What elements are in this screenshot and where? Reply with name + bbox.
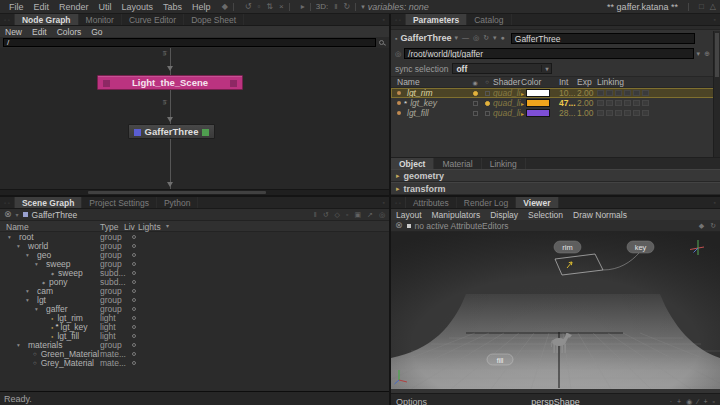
parameter-section-header[interactable]: ▸ geometry <box>391 169 720 182</box>
render-control-icon[interactable]: ‖ <box>334 2 337 11</box>
intensity-value[interactable]: 10... <box>559 88 577 98</box>
color-expander-icon[interactable]: ▸ <box>521 110 524 117</box>
scrollbar-handle[interactable] <box>88 191 266 194</box>
pane-menu-icon[interactable]: ◦ <box>379 14 389 25</box>
exposure-value[interactable]: 2.00 <box>577 98 597 108</box>
node-header-icon[interactable]: — <box>462 34 469 42</box>
expander-icon[interactable] <box>24 297 31 303</box>
color-expander-icon[interactable]: ▸ <box>521 100 524 107</box>
working-node-name[interactable]: GafferThree <box>32 210 78 220</box>
node-view-badge[interactable] <box>134 129 141 136</box>
node-state-icon[interactable]: ▪ <box>395 35 397 42</box>
live-render-toggle[interactable] <box>132 262 136 266</box>
fill-light-label[interactable]: fill <box>487 354 513 365</box>
parameter-node-name[interactable]: GafferThree <box>400 33 451 43</box>
location-name[interactable]: Grey_Material <box>41 358 94 368</box>
path-field-icon[interactable]: ⊕ <box>704 50 710 58</box>
scenegraph-location-icon[interactable]: ◎ <box>395 50 401 58</box>
linking-cell[interactable] <box>624 110 631 116</box>
live-render-toggle[interactable] <box>132 235 136 239</box>
color-swatch[interactable] <box>526 89 550 97</box>
linking-cell[interactable] <box>642 100 649 106</box>
toolbar-icon[interactable]: ↗ <box>367 211 373 219</box>
toolbar-icon[interactable]: ↺ <box>245 2 252 11</box>
live-render-toggle[interactable] <box>132 307 136 311</box>
pane-grip-icon[interactable]: ◦ ◦ <box>391 197 406 208</box>
toolbar-icon[interactable]: ↺ <box>323 211 329 219</box>
linking-cell[interactable] <box>606 90 613 96</box>
toolbar-icon[interactable]: ▣ <box>354 211 361 219</box>
tab[interactable]: Node Graph <box>15 14 79 25</box>
color-expander-icon[interactable]: ▸ <box>521 90 524 97</box>
light-name[interactable]: lgt_rim <box>407 88 433 98</box>
live-render-toggle[interactable] <box>132 244 136 248</box>
color-swatch[interactable] <box>526 99 550 107</box>
menu-item[interactable]: Edit <box>29 2 55 12</box>
linking-cell[interactable] <box>615 100 622 106</box>
viewport-control-icon[interactable]: + <box>677 398 681 405</box>
live-render-toggle[interactable] <box>132 361 136 365</box>
flag-icon[interactable]: ▸ <box>301 2 305 11</box>
menu-item[interactable]: Edit <box>27 27 52 37</box>
live-render-toggle[interactable] <box>132 298 136 302</box>
parameter-section-header[interactable]: ▸ transform <box>391 182 720 195</box>
node-header-icon[interactable]: ↻ <box>483 34 489 42</box>
expander-icon[interactable] <box>15 243 22 249</box>
column-lights[interactable]: Lights <box>138 222 161 232</box>
light-name[interactable]: lgt_key <box>410 98 437 108</box>
column-mute-icon[interactable]: ◉ <box>469 79 481 86</box>
light-row[interactable]: lgt_fill quad_li... ▸ 28... 1.00 <box>391 108 720 118</box>
menu-item[interactable]: Display <box>485 210 523 220</box>
intensity-value[interactable]: 28... <box>559 108 577 118</box>
toolbar-icon[interactable]: ‖ <box>314 211 317 219</box>
node-input-badge[interactable] <box>103 80 110 87</box>
column-name[interactable]: Name <box>6 222 29 232</box>
pane-menu-icon[interactable]: ◦ <box>379 197 389 208</box>
linking-cell[interactable] <box>642 110 649 116</box>
pane-menu-icon[interactable]: ◦ <box>710 14 720 25</box>
linking-cell[interactable] <box>606 110 613 116</box>
vertical-scrollbar[interactable] <box>713 31 720 157</box>
node-gaffer-three[interactable]: GafferThree <box>128 124 215 139</box>
tab[interactable]: Catalog <box>467 14 511 25</box>
tree-row[interactable]: Grey_Material mate... <box>0 358 389 367</box>
viewport-control-icon[interactable]: ▫ <box>713 398 715 405</box>
horizontal-scrollbar[interactable] <box>0 189 389 195</box>
menu-item[interactable]: Util <box>94 2 117 12</box>
close-icon[interactable]: ⊗ <box>4 210 12 219</box>
viewport-control-icon[interactable]: · <box>670 398 672 405</box>
sub-tab[interactable]: Material <box>434 158 481 169</box>
solo-toggle[interactable] <box>485 111 490 116</box>
menu-item[interactable]: Layout <box>391 210 427 220</box>
expander-icon[interactable] <box>24 288 31 294</box>
linking-cell[interactable] <box>615 90 622 96</box>
linking-cell[interactable] <box>615 110 622 116</box>
linking-cell[interactable] <box>633 100 640 106</box>
exposure-value[interactable]: 1.00 <box>577 108 597 118</box>
node-name-field[interactable]: GafferThree <box>511 33 695 44</box>
linking-cell[interactable] <box>633 110 640 116</box>
scrollbar-handle[interactable] <box>715 33 719 77</box>
render-control-icon[interactable]: ↻ <box>343 2 350 11</box>
light-name[interactable]: lgt_fill <box>407 108 429 118</box>
tab[interactable]: Attributes <box>406 197 457 208</box>
live-render-toggle[interactable] <box>132 334 136 338</box>
menu-item[interactable]: File <box>4 2 29 12</box>
shader-value[interactable]: quad_li... <box>493 108 521 118</box>
window-icon[interactable]: △ <box>710 2 716 11</box>
column-type[interactable]: Type <box>100 222 118 232</box>
rim-light-label[interactable]: rim <box>554 241 581 253</box>
mode-icon[interactable]: ◆ <box>222 2 228 11</box>
menu-item[interactable]: New <box>0 27 27 37</box>
pane-grip-icon[interactable]: ◦ ◦ <box>0 197 15 208</box>
node-header-icon[interactable]: ● <box>501 34 505 42</box>
tab[interactable]: Monitor <box>79 14 122 25</box>
linking-cell[interactable] <box>624 90 631 96</box>
menu-item[interactable]: Selection <box>523 210 568 220</box>
node-light-the-scene[interactable]: Light_the_Scene <box>97 75 243 90</box>
toolbar-icon[interactable]: ◎ <box>379 211 385 219</box>
close-icon[interactable]: ⊗ <box>395 221 403 230</box>
sub-tab[interactable]: Object <box>391 158 434 169</box>
sub-tab[interactable]: Linking <box>482 158 526 169</box>
gaffer-root-path-field[interactable]: /root/world/lgt/gaffer <box>404 48 694 59</box>
